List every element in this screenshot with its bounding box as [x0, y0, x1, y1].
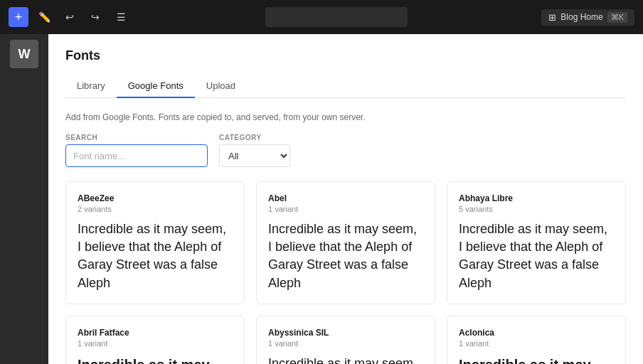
font-preview: Incredible as it may seem, I believe tha… [459, 355, 614, 364]
category-label: CATEGORY [219, 134, 290, 141]
main-layout: W Fonts Library Google Fonts Upload Add … [0, 34, 643, 364]
tab-library[interactable]: Library [65, 75, 117, 98]
left-sidebar: W [0, 34, 48, 364]
font-variants: 1 variant [78, 339, 233, 348]
font-name: Aclonica [459, 328, 614, 338]
font-card[interactable]: Aclonica1 variantIncredible as it may se… [447, 316, 626, 364]
fonts-panel: Fonts Library Google Fonts Upload Add fr… [48, 34, 643, 364]
font-preview: Incredible as it may seem, I believe tha… [268, 220, 423, 292]
tabs-row: Library Google Fonts Upload [65, 75, 626, 98]
site-logo: W [10, 40, 38, 68]
top-bar-right: ⊞ Blog Home ⌘K [541, 9, 634, 26]
category-select[interactable]: All Serif Sans-serif Display Handwriting… [219, 144, 290, 167]
top-bar: + ✏️ ↩ ↪ ☰ ⊞ Blog Home ⌘K [0, 0, 643, 34]
tab-google-fonts[interactable]: Google Fonts [117, 75, 195, 98]
shortcut-badge: ⌘K [607, 12, 627, 23]
font-name: Abel [268, 193, 423, 203]
panel-description: Add from Google Fonts. Fonts are copied … [65, 112, 626, 122]
font-card[interactable]: Abel1 variantIncredible as it may seem, … [256, 181, 435, 304]
pen-icon[interactable]: ✏️ [34, 7, 54, 27]
search-group: SEARCH [65, 134, 208, 167]
font-card[interactable]: Abril Fatface1 variantIncredible as it m… [65, 316, 245, 364]
font-grid: ABeeZee2 variantsIncredible as it may se… [65, 181, 626, 364]
top-bar-center [137, 7, 536, 27]
font-variants: 1 variant [268, 205, 423, 213]
category-group: CATEGORY All Serif Sans-serif Display Ha… [219, 134, 290, 167]
add-button[interactable]: + [9, 7, 28, 27]
font-variants: 1 variant [459, 339, 614, 348]
font-preview: Incredible as it may seem, I believe tha… [78, 355, 233, 364]
list-icon[interactable]: ☰ [111, 7, 131, 27]
panel-title: Fonts [65, 48, 626, 63]
blog-home-button[interactable]: ⊞ Blog Home ⌘K [541, 9, 634, 26]
font-name: Abhaya Libre [459, 193, 614, 203]
blog-home-label: Blog Home [560, 12, 602, 22]
font-name: ABeeZee [78, 193, 233, 203]
font-name: Abyssinica SIL [268, 328, 423, 338]
font-variants: 5 variants [459, 205, 614, 213]
grid-icon: ⊞ [548, 12, 556, 23]
filter-row: SEARCH CATEGORY All Serif Sans-serif Dis… [65, 134, 626, 167]
font-name: Abril Fatface [78, 328, 233, 338]
font-card[interactable]: ABeeZee2 variantsIncredible as it may se… [65, 181, 245, 304]
font-variants: 2 variants [78, 205, 233, 213]
font-preview: Incredible as it may seem, I believe tha… [459, 220, 614, 292]
search-label: SEARCH [65, 134, 208, 141]
font-card[interactable]: Abhaya Libre5 variantsIncredible as it m… [447, 181, 626, 304]
font-card[interactable]: Abyssinica SIL1 variantIncredible as it … [256, 316, 435, 364]
font-preview: Incredible as it may seem, I believe tha… [78, 220, 233, 292]
search-input[interactable] [65, 144, 208, 167]
redo-icon[interactable]: ↪ [85, 7, 105, 27]
undo-icon[interactable]: ↩ [60, 7, 80, 27]
tab-upload[interactable]: Upload [195, 75, 247, 98]
top-bar-search[interactable] [265, 7, 408, 27]
font-preview: Incredible as it may seem, I believe tha… [268, 355, 423, 364]
font-variants: 1 variant [268, 339, 423, 348]
